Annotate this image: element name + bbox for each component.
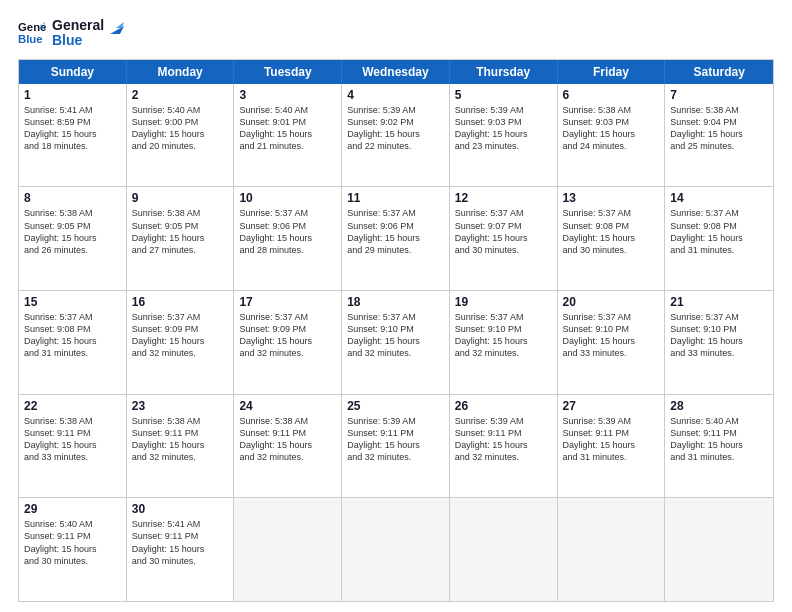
day-info: Sunrise: 5:37 AM Sunset: 9:09 PM Dayligh… — [239, 312, 312, 358]
day-cell-11: 11Sunrise: 5:37 AM Sunset: 9:06 PM Dayli… — [342, 187, 450, 290]
day-number: 28 — [670, 399, 768, 413]
day-info: Sunrise: 5:40 AM Sunset: 9:11 PM Dayligh… — [24, 519, 97, 565]
header-day-thursday: Thursday — [450, 60, 558, 84]
day-cell-28: 28Sunrise: 5:40 AM Sunset: 9:11 PM Dayli… — [665, 395, 773, 498]
day-number: 14 — [670, 191, 768, 205]
day-cell-22: 22Sunrise: 5:38 AM Sunset: 9:11 PM Dayli… — [19, 395, 127, 498]
day-cell-20: 20Sunrise: 5:37 AM Sunset: 9:10 PM Dayli… — [558, 291, 666, 394]
day-info: Sunrise: 5:37 AM Sunset: 9:07 PM Dayligh… — [455, 208, 528, 254]
day-number: 6 — [563, 88, 660, 102]
day-cell-2: 2Sunrise: 5:40 AM Sunset: 9:00 PM Daylig… — [127, 84, 235, 187]
day-info: Sunrise: 5:38 AM Sunset: 9:11 PM Dayligh… — [24, 416, 97, 462]
day-cell-7: 7Sunrise: 5:38 AM Sunset: 9:04 PM Daylig… — [665, 84, 773, 187]
day-number: 23 — [132, 399, 229, 413]
day-number: 19 — [455, 295, 552, 309]
day-cell-9: 9Sunrise: 5:38 AM Sunset: 9:05 PM Daylig… — [127, 187, 235, 290]
empty-cell — [450, 498, 558, 601]
day-cell-18: 18Sunrise: 5:37 AM Sunset: 9:10 PM Dayli… — [342, 291, 450, 394]
day-number: 16 — [132, 295, 229, 309]
day-info: Sunrise: 5:37 AM Sunset: 9:06 PM Dayligh… — [347, 208, 420, 254]
day-cell-19: 19Sunrise: 5:37 AM Sunset: 9:10 PM Dayli… — [450, 291, 558, 394]
header-day-saturday: Saturday — [665, 60, 773, 84]
header-day-friday: Friday — [558, 60, 666, 84]
day-info: Sunrise: 5:38 AM Sunset: 9:03 PM Dayligh… — [563, 105, 636, 151]
day-info: Sunrise: 5:39 AM Sunset: 9:11 PM Dayligh… — [563, 416, 636, 462]
header-day-wednesday: Wednesday — [342, 60, 450, 84]
day-number: 5 — [455, 88, 552, 102]
empty-cell — [234, 498, 342, 601]
day-cell-10: 10Sunrise: 5:37 AM Sunset: 9:06 PM Dayli… — [234, 187, 342, 290]
day-info: Sunrise: 5:40 AM Sunset: 9:00 PM Dayligh… — [132, 105, 205, 151]
day-number: 7 — [670, 88, 768, 102]
logo-arrow-icon — [106, 20, 124, 38]
empty-cell — [342, 498, 450, 601]
day-number: 17 — [239, 295, 336, 309]
day-number: 8 — [24, 191, 121, 205]
day-number: 9 — [132, 191, 229, 205]
day-number: 4 — [347, 88, 444, 102]
day-number: 10 — [239, 191, 336, 205]
calendar-row-1: 8Sunrise: 5:38 AM Sunset: 9:05 PM Daylig… — [19, 187, 773, 291]
day-cell-12: 12Sunrise: 5:37 AM Sunset: 9:07 PM Dayli… — [450, 187, 558, 290]
calendar: SundayMondayTuesdayWednesdayThursdayFrid… — [18, 59, 774, 602]
day-info: Sunrise: 5:38 AM Sunset: 9:11 PM Dayligh… — [239, 416, 312, 462]
day-info: Sunrise: 5:37 AM Sunset: 9:08 PM Dayligh… — [24, 312, 97, 358]
day-number: 13 — [563, 191, 660, 205]
empty-cell — [558, 498, 666, 601]
day-number: 15 — [24, 295, 121, 309]
logo-icon: General Blue — [18, 19, 46, 47]
day-number: 20 — [563, 295, 660, 309]
day-cell-8: 8Sunrise: 5:38 AM Sunset: 9:05 PM Daylig… — [19, 187, 127, 290]
page-header: General Blue General Blue — [18, 18, 774, 49]
day-number: 2 — [132, 88, 229, 102]
day-info: Sunrise: 5:41 AM Sunset: 8:59 PM Dayligh… — [24, 105, 97, 151]
day-cell-16: 16Sunrise: 5:37 AM Sunset: 9:09 PM Dayli… — [127, 291, 235, 394]
empty-cell — [665, 498, 773, 601]
day-info: Sunrise: 5:39 AM Sunset: 9:03 PM Dayligh… — [455, 105, 528, 151]
day-number: 3 — [239, 88, 336, 102]
day-cell-27: 27Sunrise: 5:39 AM Sunset: 9:11 PM Dayli… — [558, 395, 666, 498]
day-cell-14: 14Sunrise: 5:37 AM Sunset: 9:08 PM Dayli… — [665, 187, 773, 290]
day-info: Sunrise: 5:38 AM Sunset: 9:11 PM Dayligh… — [132, 416, 205, 462]
day-number: 12 — [455, 191, 552, 205]
day-cell-4: 4Sunrise: 5:39 AM Sunset: 9:02 PM Daylig… — [342, 84, 450, 187]
day-cell-15: 15Sunrise: 5:37 AM Sunset: 9:08 PM Dayli… — [19, 291, 127, 394]
day-info: Sunrise: 5:37 AM Sunset: 9:08 PM Dayligh… — [563, 208, 636, 254]
calendar-row-2: 15Sunrise: 5:37 AM Sunset: 9:08 PM Dayli… — [19, 291, 773, 395]
day-cell-26: 26Sunrise: 5:39 AM Sunset: 9:11 PM Dayli… — [450, 395, 558, 498]
svg-text:Blue: Blue — [18, 33, 43, 45]
day-info: Sunrise: 5:41 AM Sunset: 9:11 PM Dayligh… — [132, 519, 205, 565]
calendar-row-3: 22Sunrise: 5:38 AM Sunset: 9:11 PM Dayli… — [19, 395, 773, 499]
day-info: Sunrise: 5:37 AM Sunset: 9:08 PM Dayligh… — [670, 208, 743, 254]
day-info: Sunrise: 5:37 AM Sunset: 9:09 PM Dayligh… — [132, 312, 205, 358]
day-number: 1 — [24, 88, 121, 102]
header-day-sunday: Sunday — [19, 60, 127, 84]
day-cell-23: 23Sunrise: 5:38 AM Sunset: 9:11 PM Dayli… — [127, 395, 235, 498]
calendar-row-4: 29Sunrise: 5:40 AM Sunset: 9:11 PM Dayli… — [19, 498, 773, 601]
calendar-body: 1Sunrise: 5:41 AM Sunset: 8:59 PM Daylig… — [19, 84, 773, 601]
logo: General Blue General Blue — [18, 18, 124, 49]
day-number: 11 — [347, 191, 444, 205]
day-cell-3: 3Sunrise: 5:40 AM Sunset: 9:01 PM Daylig… — [234, 84, 342, 187]
header-day-tuesday: Tuesday — [234, 60, 342, 84]
day-number: 18 — [347, 295, 444, 309]
day-number: 29 — [24, 502, 121, 516]
day-number: 24 — [239, 399, 336, 413]
day-number: 26 — [455, 399, 552, 413]
day-number: 27 — [563, 399, 660, 413]
day-info: Sunrise: 5:40 AM Sunset: 9:11 PM Dayligh… — [670, 416, 743, 462]
day-info: Sunrise: 5:38 AM Sunset: 9:05 PM Dayligh… — [24, 208, 97, 254]
day-info: Sunrise: 5:37 AM Sunset: 9:10 PM Dayligh… — [670, 312, 743, 358]
day-cell-25: 25Sunrise: 5:39 AM Sunset: 9:11 PM Dayli… — [342, 395, 450, 498]
day-cell-30: 30Sunrise: 5:41 AM Sunset: 9:11 PM Dayli… — [127, 498, 235, 601]
day-info: Sunrise: 5:39 AM Sunset: 9:02 PM Dayligh… — [347, 105, 420, 151]
calendar-header: SundayMondayTuesdayWednesdayThursdayFrid… — [19, 60, 773, 84]
header-day-monday: Monday — [127, 60, 235, 84]
day-number: 22 — [24, 399, 121, 413]
day-info: Sunrise: 5:39 AM Sunset: 9:11 PM Dayligh… — [455, 416, 528, 462]
day-info: Sunrise: 5:37 AM Sunset: 9:10 PM Dayligh… — [563, 312, 636, 358]
day-cell-1: 1Sunrise: 5:41 AM Sunset: 8:59 PM Daylig… — [19, 84, 127, 187]
calendar-row-0: 1Sunrise: 5:41 AM Sunset: 8:59 PM Daylig… — [19, 84, 773, 188]
day-info: Sunrise: 5:40 AM Sunset: 9:01 PM Dayligh… — [239, 105, 312, 151]
day-cell-6: 6Sunrise: 5:38 AM Sunset: 9:03 PM Daylig… — [558, 84, 666, 187]
